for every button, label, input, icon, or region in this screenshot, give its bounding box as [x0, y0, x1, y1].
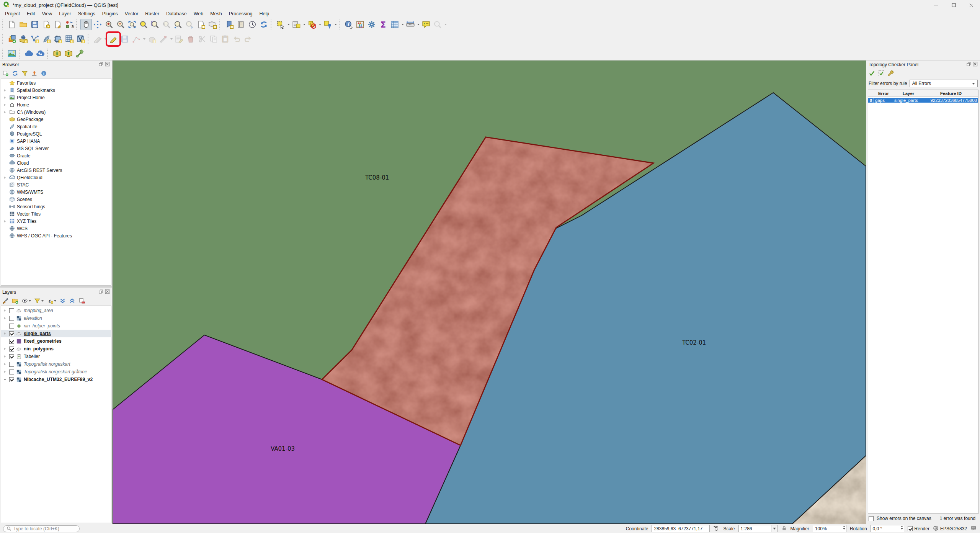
- browser-item-cloud[interactable]: Cloud: [1, 159, 111, 167]
- browser-item-c-windows[interactable]: C:\ (Windows): [1, 108, 111, 116]
- paste-features-button[interactable]: [219, 33, 231, 45]
- select-features-dropdown[interactable]: [286, 19, 291, 30]
- add-polygon-feature-button[interactable]: [146, 33, 158, 45]
- digitize-with-segment-button[interactable]: [131, 33, 142, 45]
- browser-item-vector-tiles[interactable]: Vector Tiles: [1, 210, 111, 217]
- expand-arrow-icon[interactable]: [3, 316, 7, 320]
- expand-arrow-icon[interactable]: [3, 362, 7, 366]
- toolbar-handle[interactable]: [2, 49, 5, 59]
- layer-visibility-checkbox[interactable]: [9, 339, 14, 344]
- layer-visibility-checkbox[interactable]: [9, 316, 14, 321]
- validate-extent-button[interactable]: [878, 70, 885, 77]
- browser-item-oracle[interactable]: Oracle: [1, 152, 111, 159]
- filter-legend-button[interactable]: [34, 298, 44, 304]
- zoom-last-button[interactable]: [172, 19, 184, 30]
- select-by-location-dropdown[interactable]: [333, 19, 338, 30]
- new-spatial-bookmark-button[interactable]: [224, 19, 235, 30]
- layer-visibility-checkbox[interactable]: [9, 308, 14, 313]
- browser-item-wcs[interactable]: WCS: [1, 225, 111, 232]
- new-map-view-button[interactable]: [195, 19, 207, 30]
- browser-item-qfieldcloud[interactable]: QFieldCloud: [1, 174, 111, 181]
- menu-raster[interactable]: Raster: [142, 10, 163, 17]
- topology-float-button[interactable]: [966, 62, 971, 68]
- maximize-button[interactable]: [945, 0, 962, 10]
- configure-button[interactable]: [888, 70, 894, 77]
- menu-processing[interactable]: Processing: [225, 10, 256, 17]
- layer-visibility-checkbox[interactable]: [9, 354, 14, 359]
- deselect-features-dropdown[interactable]: [318, 19, 322, 30]
- undo-button[interactable]: [231, 33, 242, 45]
- new-project-button[interactable]: [6, 19, 18, 30]
- menu-mesh[interactable]: Mesh: [207, 10, 225, 17]
- lock-scale-icon[interactable]: [781, 525, 787, 532]
- scale-dropdown-button[interactable]: [771, 525, 778, 532]
- manage-map-themes-button[interactable]: [21, 298, 31, 304]
- layer-item-nin-polygons[interactable]: nin_polygons: [1, 345, 111, 353]
- toolbar-handle[interactable]: [2, 34, 5, 44]
- menu-view[interactable]: View: [38, 10, 56, 17]
- collapse-arrow-icon[interactable]: [3, 378, 7, 381]
- layer-item-elevation[interactable]: elevation: [1, 314, 111, 322]
- statistical-summary-button[interactable]: Σ: [377, 19, 389, 30]
- current-edits-button[interactable]: [92, 33, 103, 45]
- zoom-native-resolution-button[interactable]: 1:1: [161, 19, 172, 30]
- browser-item-spatial-bookmarks[interactable]: Spatial Bookmarks: [1, 87, 111, 94]
- expand-arrow-icon[interactable]: [3, 332, 7, 335]
- topology-error-row[interactable]: 0gapssingle_parts-9223372036854775808: [868, 97, 978, 103]
- instantprint-plugin-button[interactable]: [6, 48, 18, 59]
- zoom-out-button[interactable]: [115, 19, 126, 30]
- browser-item-xyz-tiles[interactable]: XYZ Tiles: [1, 217, 111, 225]
- close-button[interactable]: [962, 0, 980, 10]
- copy-features-button[interactable]: [208, 33, 219, 45]
- layers-close-button[interactable]: [105, 289, 110, 295]
- open-data-source-manager-button[interactable]: [6, 33, 18, 45]
- show-layout-manager-button[interactable]: [52, 19, 64, 30]
- layer-item-nibcache-utm32-euref89-v2[interactable]: Nibcache_UTM32_EUREF89_v2: [1, 376, 111, 383]
- browser-item-stac[interactable]: STAC: [1, 181, 111, 188]
- zoom-in-button[interactable]: [103, 19, 115, 30]
- enable-properties-widget-button[interactable]: i: [41, 70, 47, 77]
- show-spatial-bookmarks-button[interactable]: [235, 19, 247, 30]
- render-checkbox[interactable]: [908, 526, 913, 531]
- add-selected-layers-button[interactable]: [2, 70, 9, 77]
- collapse-all-layers-button[interactable]: [69, 298, 75, 304]
- browser-item-favorites[interactable]: Favorites: [1, 79, 111, 87]
- filter-browser-button[interactable]: [21, 70, 28, 77]
- layer-visibility-checkbox[interactable]: [9, 347, 14, 352]
- scale-input[interactable]: 1:286: [738, 525, 771, 532]
- style-manager-button[interactable]: a: [64, 19, 75, 30]
- layer-visibility-checkbox[interactable]: [9, 370, 14, 374]
- show-errors-checkbox[interactable]: [869, 516, 874, 521]
- zoom-to-layer-button[interactable]: [149, 19, 161, 30]
- qfieldcloud-projects-button[interactable]: [23, 48, 34, 59]
- coordinate-input[interactable]: 283859,63 6723771,17: [652, 525, 710, 532]
- expand-arrow-icon[interactable]: [3, 355, 7, 358]
- layer-visibility-checkbox[interactable]: [9, 331, 14, 336]
- menu-project[interactable]: Project: [2, 10, 23, 17]
- measure-line-dropdown[interactable]: [416, 19, 420, 30]
- layer-item-mapping-area[interactable]: mapping_area: [1, 307, 111, 314]
- messages-icon[interactable]: [970, 525, 977, 533]
- zoom-full-extent-button[interactable]: [126, 19, 138, 30]
- rotation-spinner[interactable]: 0,0 °: [871, 525, 904, 532]
- new-spatialite-layer-button[interactable]: [41, 33, 52, 45]
- toolbar-handle[interactable]: [2, 20, 5, 29]
- magnifier-spinner[interactable]: 100%: [813, 525, 846, 532]
- expand-arrow-icon[interactable]: [3, 88, 7, 92]
- browser-item-wfs-ogc-api-features[interactable]: WFS / OGC API - Features: [1, 232, 111, 239]
- layer-item-single-parts[interactable]: single_parts: [1, 330, 111, 337]
- layer-item-fixed-geometries[interactable]: fixed_geometries: [1, 337, 111, 345]
- toggle-editing-button[interactable]: [108, 33, 119, 45]
- save-project-button[interactable]: [29, 19, 41, 30]
- browser-item-postgresql[interactable]: PostgreSQL: [1, 130, 111, 137]
- browser-item-spatialite[interactable]: SpatiaLite: [1, 123, 111, 130]
- zoom-next-button[interactable]: [184, 19, 195, 30]
- new-shapefile-layer-button[interactable]: [29, 33, 41, 45]
- layer-visibility-checkbox[interactable]: [9, 362, 14, 367]
- add-group-button[interactable]: [12, 298, 18, 304]
- expand-all-layers-button[interactable]: [59, 298, 66, 304]
- digitize-with-segment-dropdown[interactable]: [142, 33, 146, 45]
- expand-arrow-icon[interactable]: [3, 176, 7, 180]
- select-features-button[interactable]: [275, 19, 286, 30]
- open-layer-styling-button[interactable]: [2, 298, 9, 304]
